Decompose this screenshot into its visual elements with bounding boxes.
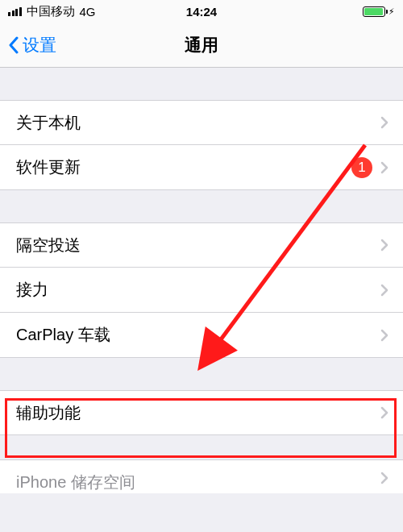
row-label: 接力 [16,279,380,301]
row-label: 隔空投送 [16,235,380,256]
row-carplay[interactable]: CarPlay 车载 [0,313,403,358]
row-handoff[interactable]: 接力 [0,268,403,313]
chevron-right-icon [380,406,388,419]
chevron-right-icon [380,116,388,129]
page-title: 通用 [185,34,218,56]
chevron-right-icon [380,284,388,297]
row-about[interactable]: 关于本机 [0,100,403,145]
status-time: 14:24 [186,5,217,19]
status-bar: 中国移动 4G 14:24 ⚡︎ [0,0,403,23]
chevron-right-icon [380,161,388,174]
settings-group-4: iPhone 储存空间 [0,459,403,493]
row-storage[interactable]: iPhone 储存空间 [0,459,403,493]
chevron-right-icon [380,239,388,251]
signal-icon [8,7,22,16]
back-label: 设置 [23,34,56,56]
battery-icon [363,6,385,17]
chevron-right-icon [380,472,388,484]
row-label: 关于本机 [16,112,380,134]
settings-group-3: 辅助功能 [0,390,403,435]
row-airdrop[interactable]: 隔空投送 [0,222,403,268]
badge: 1 [351,157,372,178]
network-label: 4G [80,5,96,19]
row-software-update[interactable]: 软件更新 1 [0,145,403,190]
settings-group-2: 隔空投送 接力 CarPlay 车载 [0,222,403,358]
row-label: CarPlay 车载 [16,324,380,346]
carrier-label: 中国移动 [27,4,75,19]
row-label: 软件更新 [16,156,351,178]
charging-icon: ⚡︎ [388,6,395,17]
back-button[interactable]: 设置 [0,34,64,56]
row-label: 辅助功能 [16,402,380,424]
chevron-left-icon [8,36,19,54]
nav-bar: 设置 通用 [0,23,403,68]
row-label: iPhone 储存空间 [16,472,380,493]
row-accessibility[interactable]: 辅助功能 [0,390,403,435]
settings-group-1: 关于本机 软件更新 1 [0,100,403,190]
chevron-right-icon [380,329,388,342]
